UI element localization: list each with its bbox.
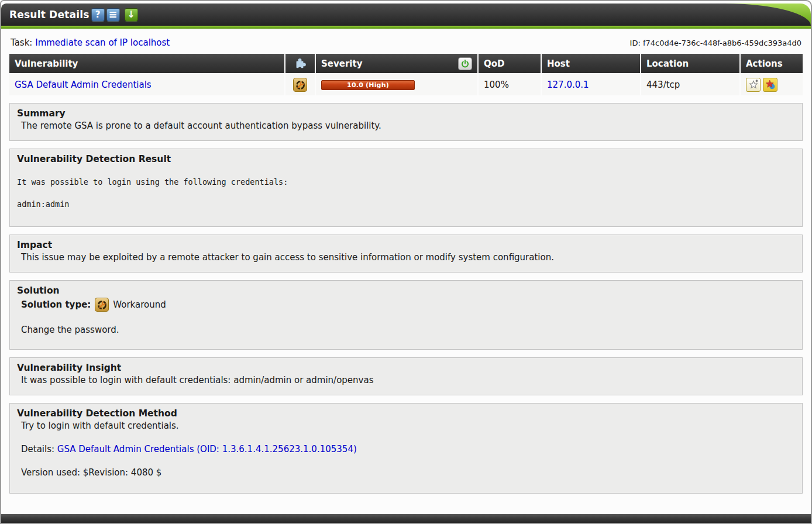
solution-body: Change the password.	[17, 325, 795, 335]
col-header-location: Location	[641, 54, 739, 73]
add-override-icon	[765, 80, 776, 90]
section-impact: Impact This issue may be exploited by a …	[9, 235, 803, 273]
col-header-vulnerability: Vulnerability	[9, 54, 284, 73]
section-body: It was possible to login with default cr…	[17, 375, 795, 385]
content-area: Task: Immediate scan of IP localhost ID:…	[1, 29, 811, 514]
location-value: 443/tcp	[646, 80, 680, 90]
help-glyph: ?	[95, 11, 101, 19]
list-icon[interactable]: ≡	[106, 8, 120, 22]
col-header-label: QoD	[484, 58, 505, 69]
task-row: Task: Immediate scan of IP localhost ID:…	[9, 29, 803, 54]
section-solution: Solution Solution type: Workaround Chang…	[9, 280, 803, 350]
nvt-details-link[interactable]: GSA Default Admin Credentials (OID: 1.3.…	[57, 444, 357, 454]
severity-sort-button[interactable]	[458, 57, 472, 70]
table-header-row: Vulnerability Severity	[9, 54, 803, 73]
task-label: Task:	[11, 37, 32, 48]
cell-qod: 100%	[479, 74, 541, 95]
col-header-solution-type	[285, 54, 315, 73]
footer-bar	[1, 514, 811, 523]
version-line: Version used: $Revision: 4080 $	[17, 467, 795, 478]
download-glyph: ↓	[127, 10, 135, 19]
details-line: Details: GSA Default Admin Credentials (…	[17, 444, 795, 454]
solution-type-line: Solution type: Workaround	[17, 298, 795, 312]
cell-severity: 10.0 (High)	[316, 74, 477, 95]
section-title: Impact	[17, 240, 795, 250]
col-header-label: Vulnerability	[15, 58, 78, 69]
cell-location: 443/tcp	[641, 74, 739, 95]
task-link[interactable]: Immediate scan of IP localhost	[35, 37, 170, 48]
page-title: Result Details	[9, 9, 90, 20]
section-detection-method: Vulnerability Detection Method Try to lo…	[9, 403, 803, 494]
workaround-solution-icon	[95, 298, 109, 312]
qod-value: 100%	[484, 80, 509, 90]
task-field: Task: Immediate scan of IP localhost	[11, 37, 170, 48]
col-header-label: Location	[646, 58, 689, 69]
section-insight: Vulnerability Insight It was possible to…	[9, 357, 803, 395]
section-body: This issue may be exploited by a remote …	[17, 252, 795, 263]
cell-actions	[741, 74, 803, 95]
col-header-actions: Actions	[741, 54, 803, 73]
vulnerability-link[interactable]: GSA Default Admin Credentials	[15, 80, 152, 90]
details-label: Details:	[21, 444, 54, 454]
solution-type-label: Solution type:	[21, 299, 91, 310]
titlebar-zone: Result Details ? ≡ ↓	[1, 4, 811, 29]
puzzle-icon	[294, 57, 307, 70]
host-link[interactable]: 127.0.0.1	[547, 80, 589, 90]
severity-bar: 10.0 (High)	[321, 80, 415, 90]
solution-type-value: Workaround	[113, 299, 166, 310]
result-row: GSA Default Admin Credentials 10.0 (High…	[9, 74, 803, 95]
result-id-value: f74c0d4e-736c-448f-a8b6-459dc393a4d0	[643, 39, 801, 47]
section-title: Solution	[17, 285, 795, 296]
list-glyph: ≡	[108, 9, 117, 20]
add-note-button[interactable]	[746, 78, 761, 92]
section-body: Try to login with default credentials.	[17, 420, 795, 431]
col-header-severity: Severity	[316, 54, 477, 73]
result-id-label: ID:	[630, 39, 641, 47]
section-body: The remote GSA is prone to a default acc…	[17, 120, 795, 131]
result-table: Vulnerability Severity	[9, 54, 803, 95]
result-id: ID: f74c0d4e-736c-448f-a8b6-459dc393a4d0	[630, 39, 801, 47]
titlebar: Result Details ? ≡ ↓	[1, 4, 811, 26]
detection-result-credentials: admin:admin	[17, 199, 795, 209]
section-detection-result: Vulnerability Detection Result It was po…	[9, 149, 803, 227]
result-details-window: Result Details ? ≡ ↓ Task: Immediate sca…	[0, 0, 812, 524]
add-override-button[interactable]	[763, 78, 777, 92]
col-header-label: Host	[547, 58, 570, 69]
section-title: Vulnerability Detection Method	[17, 408, 795, 419]
col-header-label: Actions	[746, 58, 783, 69]
col-header-label: Severity	[321, 58, 362, 69]
col-header-qod: QoD	[479, 54, 541, 73]
detection-result-line: It was possible to login using the follo…	[17, 177, 795, 187]
section-title: Vulnerability Insight	[17, 363, 795, 373]
section-title: Summary	[17, 108, 795, 119]
workaround-solution-icon	[293, 78, 307, 92]
cell-vulnerability: GSA Default Admin Credentials	[9, 74, 284, 95]
detail-sections: Summary The remote GSA is prone to a def…	[9, 103, 803, 494]
power-icon	[460, 59, 470, 68]
section-summary: Summary The remote GSA is prone to a def…	[9, 103, 803, 141]
severity-label: 10.0 (High)	[347, 81, 389, 89]
help-icon[interactable]: ?	[91, 8, 105, 22]
cell-solution-type	[285, 74, 315, 95]
section-title: Vulnerability Detection Result	[17, 154, 795, 164]
col-header-host: Host	[542, 54, 640, 73]
cell-host: 127.0.0.1	[542, 74, 640, 95]
download-icon[interactable]: ↓	[125, 8, 138, 22]
add-note-icon	[748, 80, 759, 90]
